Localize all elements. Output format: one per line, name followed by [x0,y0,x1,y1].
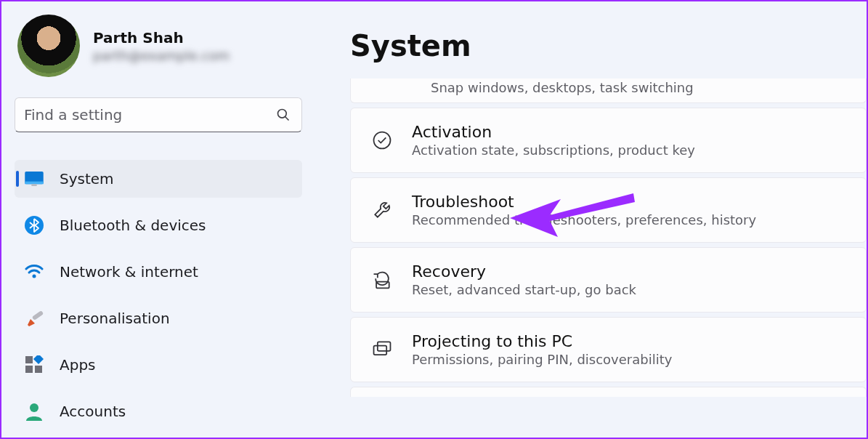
search-input[interactable] [15,97,302,132]
display-icon [25,169,44,188]
svg-rect-10 [35,366,42,373]
card-subtitle: Reset, advanced start-up, go back [412,282,636,297]
sidebar-item-personalisation[interactable]: Personalisation [15,299,302,337]
search-icon[interactable] [276,108,291,122]
svg-point-6 [33,275,36,278]
svg-rect-8 [25,356,33,363]
nav-label: Apps [60,356,96,374]
nav-label: Network & internet [60,263,198,281]
wifi-icon [25,262,44,281]
sidebar-item-apps[interactable]: Apps [15,346,302,384]
page-title: System [350,29,867,63]
card-projecting[interactable]: Projecting to this PC Permissions, pairi… [350,317,867,382]
nav: System Bluetooth & devices Network & int… [15,160,302,430]
card-subtitle: Permissions, pairing PIN, discoverabilit… [412,352,672,367]
sidebar-item-accounts[interactable]: Accounts [15,392,302,430]
card-multitasking[interactable]: Snap windows, desktops, task switching [350,78,867,103]
check-circle-icon [370,128,394,153]
svg-rect-7 [32,310,44,321]
main-content: System Snap windows, desktops, task swit… [315,1,867,438]
profile-block[interactable]: Parth Shah parth@example.com [17,15,302,77]
wrench-icon [370,198,394,222]
card-subtitle: Activation state, subscriptions, product… [412,142,695,158]
svg-rect-3 [25,182,43,185]
search-box [15,97,302,132]
card-subtitle: Recommended troubleshooters, preferences… [412,212,756,227]
apps-icon [25,355,44,374]
sidebar-item-system[interactable]: System [15,160,302,198]
card-troubleshoot[interactable]: Troubleshoot Recommended troubleshooters… [350,177,867,243]
profile-text: Parth Shah parth@example.com [93,29,230,63]
svg-rect-9 [25,366,33,373]
card-title: Activation [412,123,695,141]
card-title: Troubleshoot [412,193,756,211]
svg-rect-4 [31,184,36,186]
profile-email: parth@example.com [93,48,230,63]
recovery-icon [370,267,394,292]
card-recovery[interactable]: Recovery Reset, advanced start-up, go ba… [350,247,867,313]
projecting-icon [370,337,394,362]
card-next-partial[interactable] [350,387,867,397]
sidebar: Parth Shah parth@example.com System Blue… [1,1,315,438]
sidebar-item-bluetooth[interactable]: Bluetooth & devices [15,206,302,244]
person-icon [25,402,44,421]
profile-name: Parth Shah [93,29,230,47]
svg-rect-11 [33,355,44,364]
settings-card-list: Snap windows, desktops, task switching A… [350,78,867,397]
svg-point-0 [278,110,287,118]
card-title: Projecting to this PC [412,332,672,350]
paintbrush-icon [25,309,44,328]
nav-label: Personalisation [60,310,170,327]
nav-label: Bluetooth & devices [60,217,206,234]
nav-label: Accounts [60,403,126,420]
nav-label: System [60,170,114,188]
card-activation[interactable]: Activation Activation state, subscriptio… [350,108,867,173]
bluetooth-icon [25,216,44,235]
svg-point-13 [374,132,391,149]
svg-point-12 [30,403,38,412]
avatar-wrap [17,15,80,77]
sidebar-item-network[interactable]: Network & internet [15,253,302,291]
svg-line-1 [285,117,289,121]
card-subtitle: Snap windows, desktops, task switching [431,80,694,95]
svg-rect-16 [378,342,391,350]
card-title: Recovery [412,262,636,281]
avatar [17,15,80,77]
